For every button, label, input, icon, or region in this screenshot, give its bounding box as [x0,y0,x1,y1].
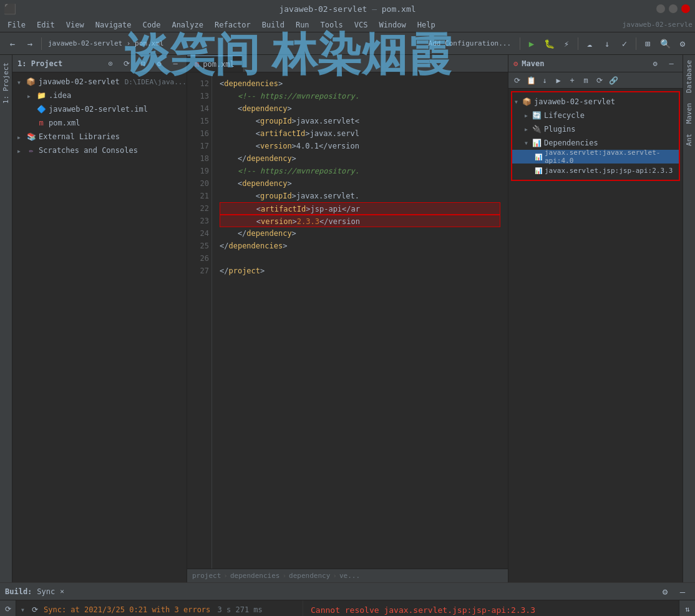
menu-vcs[interactable]: VCS [349,19,373,31]
build-panel-label: Build: [5,587,32,596]
maven-link-btn[interactable]: 🔗 [607,74,620,87]
menu-refactor[interactable]: Refactor [210,19,256,31]
maven-refresh-btn[interactable]: ⟳ [511,74,523,87]
code-line-13: <!-- https://mvnrepository. [220,90,500,102]
code-editor[interactable]: <dependencies> <!-- https://mvnrepositor… [212,72,508,569]
maven-collapse-all-btn[interactable]: m [580,74,592,87]
toolbar-separator-2 [520,37,520,50]
maven-close-btn[interactable]: – [665,57,678,70]
add-configuration-button[interactable]: Add Configuration... [424,36,516,51]
maven-side-tab[interactable]: Maven [684,98,694,129]
maven-plugins-item[interactable]: ▶ 🔌 Plugins [512,122,679,136]
bottom-minimize-btn[interactable]: – [675,584,690,599]
sync-arrow-icon: ▼ [21,607,26,613]
right-side-tabs: Database Maven Ant [683,55,695,582]
line-numbers: 1213141516 1718192021 222324252627 [187,72,212,569]
forward-button[interactable]: → [22,36,37,51]
menu-file[interactable]: File [2,19,31,31]
project-side-tab[interactable]: 1: Project [1,57,11,109]
maven-dependencies-item[interactable]: ▼ 📊 Dependencies [512,136,679,150]
sync-close-btn[interactable]: ✕ [60,587,64,595]
breadcrumb-version: ve... [339,572,360,580]
build-filter-btn[interactable]: ⇅ [681,603,694,615]
tree-idea-item[interactable]: 📁 .idea [12,89,187,102]
vcs-button[interactable]: ☁ [582,36,597,51]
build-sync-item[interactable]: ▼ ⟳ Sync: at 2021/3/25 0:21 with 3 error… [16,603,303,616]
root-path: D:\IDEA\java... [125,78,187,86]
bottom-sync-btn[interactable]: ⟳ [2,603,14,615]
maven-root-arrow: ▼ [515,99,520,105]
editor-area: m pom.xml 1213141516 1718192021 22232425… [187,55,508,582]
search-button[interactable]: 🔍 [658,36,673,51]
maven-expand-btn[interactable]: ⟳ [593,74,606,87]
breadcrumb-sep-1: › [223,572,228,580]
panel-scope-btn[interactable]: ⊙ [104,57,117,70]
maven-lifecycle-item[interactable]: ▶ 🔄 Lifecycle [512,109,679,122]
maven-root-icon: 📦 [522,97,532,106]
pom-tab-icon: m [195,60,199,69]
update-button[interactable]: ↓ [600,36,615,51]
maven-jsp-dep-item[interactable]: 📊 javax.servlet.jsp:jsp-api:2.3.3 [512,164,679,177]
menu-navigate[interactable]: Navigate [90,19,137,31]
maven-servlet-icon: 📊 [535,154,542,160]
project-name-display: javaweb-02-servle [622,21,693,29]
maven-lifecycle-btn[interactable]: + [566,74,578,87]
maven-servlet-dep-item[interactable]: 📊 javax.servlet:javax.servlet-api:4.0 [512,150,679,164]
maven-root-item[interactable]: ▼ 📦 javaweb-02-servlet [512,95,679,109]
project-panel-header: 1: Project ⊙ ⟳ ⊟ ⚙ – [12,55,187,72]
maven-add-btn[interactable]: 📋 [525,74,537,87]
sync-icon: ⟳ [29,604,41,616]
menu-edit[interactable]: Edit [32,19,60,31]
editor-tab-pom[interactable]: m pom.xml [187,56,243,72]
tree-root-item[interactable]: 📦 javaweb-02-servlet D:\IDEA\java... [12,75,187,89]
menu-help[interactable]: Help [412,19,440,31]
menu-build[interactable]: Build [257,19,289,31]
layout-button[interactable]: ⊞ [640,36,655,51]
back-button[interactable]: ← [5,36,20,51]
root-label: javaweb-02-servlet [39,77,120,86]
menu-view[interactable]: View [61,19,89,31]
tree-ext-libs-item[interactable]: 📚 External Libraries [12,130,187,144]
sync-tab[interactable]: Sync [37,587,55,596]
panel-collapse-btn[interactable]: ⊟ [137,57,149,70]
maven-download-btn[interactable]: ↓ [538,74,551,87]
close-button[interactable] [681,4,690,13]
menu-tools[interactable]: Tools [316,19,348,31]
code-line-15: <groupId>javax.servlet< [220,115,500,127]
bottom-panel: Build: Sync ✕ ⚙ – ⟳ 📌 🔍 ▼ ⟳ Sync: at 202… [0,582,695,616]
menu-analyze[interactable]: Analyze [167,19,208,31]
tree-scratches-item[interactable]: ✏ Scratches and Consoles [12,144,187,157]
maven-jsp-icon: 📊 [535,167,542,174]
code-line-19: <!-- https://mvnrepository. [220,165,500,177]
idea-folder-icon: 📁 [36,90,46,100]
settings-button[interactable]: ⚙ [675,36,690,51]
commit-button[interactable]: ✓ [617,36,632,51]
minimize-button[interactable] [656,4,665,13]
root-arrow-icon [17,79,24,86]
title-bar-title: javaweb-02-servlet – pom.xml [279,4,416,14]
maven-jsp-label: javax.servlet.jsp:jsp-api:2.3.3 [545,167,673,175]
title-bar-left: ⬛ [5,4,15,14]
tree-iml-item[interactable]: 🔷 javaweb-02-servlet.iml [12,102,187,116]
ant-side-tab[interactable]: Ant [684,129,694,151]
panel-settings-btn[interactable]: ⚙ [153,57,165,70]
title-bar: ⬛ javaweb-02-servlet – pom.xml [0,0,695,17]
build-error-message: Cannot resolve javax.servlet.jsp:jsp-api… [311,605,535,615]
toolbar-separator-1 [41,37,42,50]
tree-pom-item[interactable]: m pom.xml [12,116,187,130]
bottom-settings-btn[interactable]: ⚙ [658,584,673,599]
run-button[interactable]: ▶ [524,36,539,51]
database-side-tab[interactable]: Database [684,55,694,98]
menu-code[interactable]: Code [138,19,166,31]
maximize-button[interactable] [669,4,678,13]
menu-run[interactable]: Run [291,19,314,31]
profile-button[interactable]: ⚡ [559,36,574,51]
ext-arrow-icon [17,134,24,140]
panel-sync-btn[interactable]: ⟳ [120,57,133,70]
panel-gear-btn[interactable]: – [169,57,182,70]
maven-settings-btn[interactable]: ⚙ [649,57,661,70]
maven-root-label: javaweb-02-servlet [534,97,615,106]
menu-window[interactable]: Window [374,19,411,31]
debug-button[interactable]: 🐛 [542,36,556,51]
maven-run-btn[interactable]: ▶ [552,74,565,87]
